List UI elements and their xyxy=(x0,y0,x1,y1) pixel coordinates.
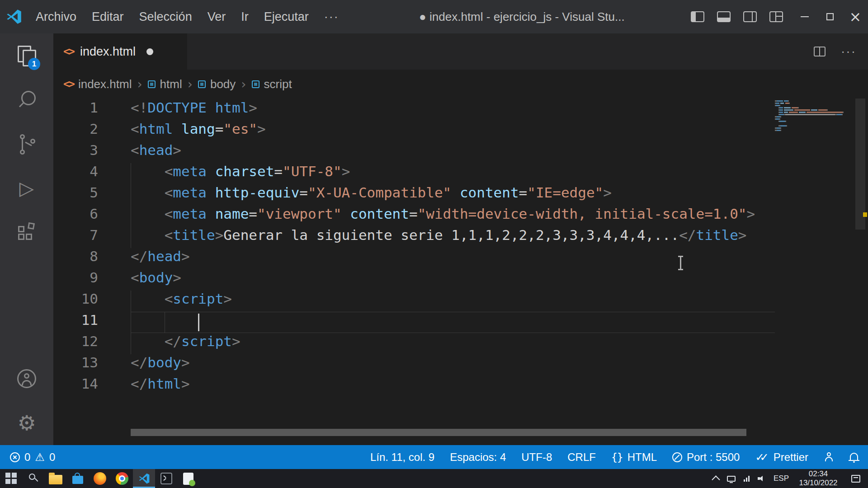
status-right-group: Lín. 11, col. 9 Espacios: 4 UTF-8 CRLF {… xyxy=(370,451,858,464)
code-line-2[interactable]: <html lang="es"> xyxy=(131,121,775,142)
encoding-status[interactable]: UTF-8 xyxy=(521,451,552,464)
error-icon xyxy=(10,452,20,462)
code-line-11[interactable] xyxy=(131,312,775,333)
sidebar-item-accounts[interactable] xyxy=(0,357,53,401)
taskbar-terminal[interactable] xyxy=(155,469,177,488)
account-icon xyxy=(17,369,36,388)
indent-guide xyxy=(131,163,131,184)
maximize-button[interactable] xyxy=(817,0,843,33)
breadcrumb-item-script[interactable]: script xyxy=(252,77,292,91)
overview-ruler-marker xyxy=(863,212,867,217)
cursor-position-status[interactable]: Lín. 11, col. 9 xyxy=(370,451,434,464)
circle-slash-icon xyxy=(672,452,682,462)
menu-seleccion[interactable]: Selección xyxy=(132,0,200,33)
store-bag-icon xyxy=(72,476,83,484)
code-line-7[interactable]: <title>Generar la siguiente serie 1,1,1,… xyxy=(131,227,775,248)
minimap[interactable] xyxy=(775,100,853,132)
taskbar-file-explorer[interactable] xyxy=(44,469,66,488)
tray-volume[interactable] xyxy=(754,469,769,488)
indentation-status[interactable]: Espacios: 4 xyxy=(450,451,506,464)
code-content[interactable]: <!DOCTYPE html><html lang="es"><head> <m… xyxy=(131,99,775,397)
notifications-status[interactable] xyxy=(850,454,858,460)
window-title: ● index.html - ejercicio_js - Visual Stu… xyxy=(347,10,679,24)
customize-layout-icon[interactable] xyxy=(769,11,783,22)
breadcrumb-item-body[interactable]: body xyxy=(198,77,236,91)
editor-more-actions-icon[interactable]: ··· xyxy=(841,44,856,59)
taskbar-notepad[interactable] xyxy=(177,469,199,488)
language-mode-status[interactable]: {} HTML xyxy=(611,451,657,464)
firefox-icon xyxy=(94,472,106,485)
taskbar-vscode[interactable] xyxy=(133,469,155,488)
vertical-scrollbar[interactable] xyxy=(853,99,868,445)
code-line-6[interactable]: <meta name="viewport" content="width=dev… xyxy=(131,206,775,227)
menu-ver[interactable]: Ver xyxy=(200,0,234,33)
sidebar-item-source-control[interactable] xyxy=(0,122,53,166)
toggle-sidebar-icon[interactable] xyxy=(691,11,704,22)
prettier-status[interactable]: ✓✓ Prettier xyxy=(755,451,808,464)
tray-network[interactable] xyxy=(739,469,754,488)
tab-label: index.html xyxy=(80,45,136,59)
braces-icon: {} xyxy=(611,451,623,463)
code-line-13[interactable]: </body> xyxy=(131,354,775,375)
toggle-secondary-sidebar-icon[interactable] xyxy=(743,11,757,22)
folder-icon xyxy=(49,475,62,484)
chrome-icon xyxy=(116,472,128,485)
feedback-status[interactable] xyxy=(824,452,835,463)
start-button[interactable] xyxy=(0,469,22,488)
code-line-3[interactable]: <head> xyxy=(131,142,775,163)
code-line-5[interactable]: <meta http-equiv="X-UA-Compatible" conte… xyxy=(131,184,775,206)
sidebar-item-search[interactable] xyxy=(0,78,53,122)
breadcrumb-item-html[interactable]: html xyxy=(148,77,182,91)
taskbar-firefox[interactable] xyxy=(89,469,111,488)
html-file-icon: <> xyxy=(63,78,74,90)
taskbar-search-button[interactable] xyxy=(22,469,44,488)
horizontal-scrollbar[interactable] xyxy=(131,429,746,436)
taskbar-store[interactable] xyxy=(66,469,89,488)
html-file-icon: <> xyxy=(63,45,74,58)
breadcrumb-item-file[interactable]: <> index.html xyxy=(63,77,132,91)
code-line-9[interactable]: <body> xyxy=(131,269,775,291)
clock-date: 13/10/2022 xyxy=(799,479,837,488)
tray-show-hidden[interactable] xyxy=(708,469,723,488)
taskbar-chrome[interactable] xyxy=(111,469,133,488)
line-number-11: 11 xyxy=(53,312,131,333)
window-controls: × xyxy=(792,0,868,33)
problems-status[interactable]: 0 ⚠ 0 xyxy=(10,451,55,464)
line-number-14: 14 xyxy=(53,375,131,397)
sidebar-item-extensions[interactable] xyxy=(0,211,53,255)
display-icon xyxy=(727,476,736,482)
menu-more-icon[interactable]: ··· xyxy=(316,0,347,33)
minimize-button[interactable] xyxy=(792,0,817,33)
sidebar-item-run-debug[interactable]: ▷ xyxy=(0,166,53,211)
tray-language[interactable]: ESP xyxy=(769,469,793,488)
menu-archivo[interactable]: Archivo xyxy=(28,0,84,33)
code-line-12[interactable]: </script> xyxy=(131,333,775,354)
vertical-scrollbar-thumb[interactable] xyxy=(855,99,865,230)
indent-guide xyxy=(131,291,131,312)
chevron-right-icon: › xyxy=(241,77,246,92)
code-line-8[interactable]: </head> xyxy=(131,248,775,269)
code-line-1[interactable]: <!DOCTYPE html> xyxy=(131,99,775,121)
menu-ejecutar[interactable]: Ejecutar xyxy=(256,0,316,33)
windows-taskbar: ESP 02:34 13/10/2022 xyxy=(0,469,868,488)
editor[interactable]: 1234567891011121314 <!DOCTYPE html><html… xyxy=(53,99,868,445)
code-line-10[interactable]: <script> xyxy=(131,291,775,312)
code-line-4[interactable]: <meta charset="UTF-8"> xyxy=(131,163,775,184)
menu-ir[interactable]: Ir xyxy=(233,0,256,33)
close-button[interactable]: × xyxy=(843,0,868,33)
sidebar-item-explorer[interactable]: 1 xyxy=(0,33,53,78)
tray-display[interactable] xyxy=(723,469,739,488)
modified-dot-icon[interactable] xyxy=(146,48,153,55)
double-check-icon: ✓✓ xyxy=(755,451,769,464)
split-editor-icon[interactable] xyxy=(814,47,826,56)
menu-editar[interactable]: Editar xyxy=(84,0,132,33)
notepad-icon xyxy=(183,473,193,485)
sidebar-item-settings[interactable]: ⚙ xyxy=(0,401,53,445)
eol-status[interactable]: CRLF xyxy=(567,451,596,464)
action-center-button[interactable] xyxy=(844,469,868,488)
live-server-port-status[interactable]: Port : 5500 xyxy=(672,451,740,464)
taskbar-clock[interactable]: 02:34 13/10/2022 xyxy=(793,469,844,488)
code-line-14[interactable]: </html> xyxy=(131,375,775,397)
tab-index-html[interactable]: <> index.html xyxy=(53,33,187,70)
toggle-panel-icon[interactable] xyxy=(717,11,731,22)
